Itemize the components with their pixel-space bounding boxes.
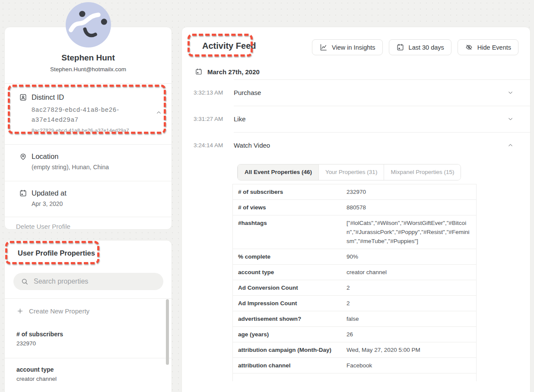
event-properties-tabs: All Event Properties (46) Your Propertie… [237, 164, 461, 180]
plus-icon [17, 308, 23, 314]
event-property-name: age (years) [233, 327, 346, 342]
event-property-row: attribution channel Facebook [233, 358, 476, 373]
property-name: # of subscribers [16, 330, 172, 338]
event-property-row: # of subscribers 232970 [233, 184, 476, 200]
hide-events-button[interactable]: Hide Events [458, 39, 518, 55]
distinct-id-section: Distinct ID 8ac27829-ebcd-41a8-be26-a37e… [5, 84, 172, 144]
location-value: (empty string), Hunan, China [32, 163, 109, 171]
event-property-name: # of subscribers [233, 184, 346, 199]
event-time: 3:32:13 AM [194, 89, 234, 96]
event-properties-tab[interactable]: Mixpanel Properties (15) [384, 164, 461, 180]
property-value: 232970 [16, 339, 172, 348]
event-row[interactable]: 3:32:13 AM Purchase [182, 79, 530, 106]
event-property-name: account type [233, 265, 346, 280]
view-in-insights-button[interactable]: View in Insights [312, 39, 382, 55]
event-details-panel: All Event Properties (46) Your Propertie… [232, 164, 477, 381]
eye-off-icon [465, 43, 473, 51]
user-profile-properties-card: User Profile Properties Create New Prope… [4, 240, 172, 392]
event-properties-tab[interactable]: All Event Properties (46) [238, 164, 318, 180]
chevron-down-icon [507, 116, 514, 122]
event-name: Watch Video [234, 142, 507, 149]
activity-feed-actions: View in Insights Last 30 days Hide Event… [312, 39, 518, 55]
event-property-value: ["#lolCats","#Wilson","#WorstGiftEver","… [346, 215, 476, 249]
search-icon [21, 278, 29, 285]
event-time: 3:24:14 AM [194, 142, 234, 149]
date-range-button[interactable]: Last 30 days [389, 39, 451, 55]
activity-feed-card: Activity Feed View in Insights Last 30 d… [181, 27, 531, 392]
event-row[interactable]: 3:31:27 AM Like [182, 106, 530, 132]
calendar-icon [195, 68, 203, 76]
line-chart-icon [319, 43, 327, 51]
event-properties-table: # of subscribers 232970 # of views 88057… [232, 184, 477, 381]
location-section: Location (empty string), Hunan, China [5, 145, 172, 181]
user-email: Stephen.Hunt@hotmailx.com [5, 66, 172, 73]
event-property-value: 2 [346, 296, 476, 311]
event-date-header: March 27th, 2020 [195, 64, 530, 79]
event-time: 3:31:27 AM [194, 116, 234, 122]
event-property-row: advertisement shown? false [233, 311, 476, 327]
mixpanel-user-profile-page: Stephen Hunt Stephen.Hunt@hotmailx.com D… [0, 0, 534, 392]
location-label: Location [32, 152, 109, 161]
event-property-value: 2 [346, 280, 476, 295]
updated-at-value: Apr 3, 2020 [32, 200, 67, 208]
calendar-icon [19, 189, 27, 197]
create-new-property-button[interactable]: Create New Property [5, 299, 172, 323]
profile-card: Stephen Hunt Stephen.Hunt@hotmailx.com D… [4, 27, 172, 230]
event-property-row: attribution campaign (Month-Day) Wed, Ma… [233, 342, 476, 358]
event-property-row: Ad Impression Count 2 [233, 296, 476, 311]
profile-property-item[interactable]: account type creator channel [5, 358, 172, 392]
event-row[interactable]: 3:24:14 AM Watch Video [182, 132, 530, 158]
event-property-row: # of views 880578 [233, 200, 476, 215]
event-property-row: Ad Conversion Count 2 [233, 280, 476, 296]
doodle-face-icon [66, 2, 111, 47]
chevron-down-icon [507, 142, 514, 149]
event-property-value: 232970 [346, 184, 476, 199]
location-pin-icon [19, 152, 27, 161]
event-name: Purchase [234, 89, 507, 96]
contact-card-icon [19, 93, 27, 101]
delete-user-profile-button[interactable]: Delete User Profile [5, 217, 172, 230]
event-property-row: account type creator channel [233, 265, 476, 280]
event-property-name: Ad Impression Count [233, 296, 346, 311]
event-date-text: March 27th, 2020 [207, 68, 260, 76]
event-property-row: % complete 90% [233, 249, 476, 265]
event-property-value: 26 [346, 327, 476, 342]
event-property-value: Facebook [346, 358, 476, 373]
profile-property-item[interactable]: # of subscribers 232970 [5, 323, 172, 358]
create-new-property-label: Create New Property [29, 307, 89, 315]
profile-properties-list: # of subscribers 232970 account type cre… [5, 323, 172, 392]
calendar-icon [396, 43, 404, 51]
distinct-id-value: 8ac27829-ebcd-41a8-be26-a37e14ed29a7 [32, 105, 153, 125]
search-properties-input[interactable] [34, 278, 157, 285]
avatar [66, 2, 111, 47]
event-property-row: age (years) 26 [233, 327, 476, 342]
activity-feed-title: Activity Feed [202, 39, 256, 52]
event-property-value: creator channel [346, 265, 476, 280]
event-property-value: Wed, May 27, 2020 5:00 PM [346, 342, 476, 357]
search-properties-box[interactable] [13, 273, 163, 290]
properties-panel-title: User Profile Properties [5, 240, 172, 257]
updated-at-label: Updated at [32, 189, 67, 197]
event-property-row: #hashtags ["#lolCats","#Wilson","#WorstG… [233, 215, 476, 249]
event-property-name: advertisement shown? [233, 311, 346, 326]
event-property-value: 90% [346, 249, 476, 264]
distinct-id-sub-value: 8ac27829-ebcd-41a8-be26-a37e14ed29a7 [32, 128, 153, 133]
scrollbar-thumb[interactable] [166, 299, 169, 365]
activity-feed-header: Activity Feed View in Insights Last 30 d… [182, 27, 530, 55]
event-property-value: false [346, 311, 476, 326]
events-list: 3:32:13 AM Purchase 3:31:27 AM Like 3:24 [182, 79, 530, 158]
event-property-name: attribution campaign (Month-Day) [233, 342, 346, 357]
property-value: creator channel [16, 375, 172, 383]
event-property-value: 880578 [346, 200, 476, 215]
event-property-name: # of views [233, 200, 346, 215]
property-name: account type [16, 365, 172, 374]
event-property-name: Ad Conversion Count [233, 280, 346, 295]
event-name: Like [234, 115, 507, 123]
chevron-up-icon[interactable] [156, 109, 162, 116]
event-property-name: #hashtags [233, 215, 346, 249]
event-property-name: attribution channel [233, 358, 346, 373]
chevron-down-icon [507, 89, 514, 96]
distinct-id-label: Distinct ID [32, 93, 153, 101]
event-properties-tab[interactable]: Your Properties (31) [318, 164, 384, 180]
updated-at-section: Updated at Apr 3, 2020 [5, 181, 172, 217]
